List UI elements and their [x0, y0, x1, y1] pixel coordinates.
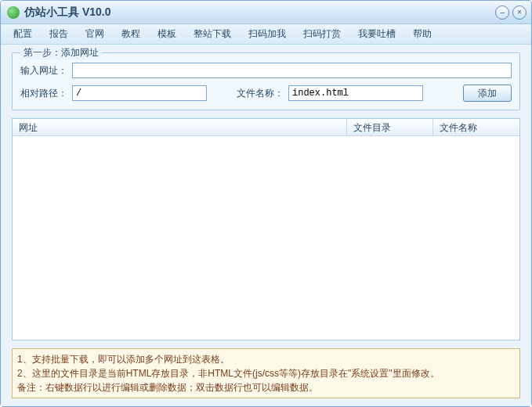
label-filename: 文件名称：: [237, 87, 284, 100]
menu-official[interactable]: 官网: [78, 25, 112, 43]
table-header: 网址 文件目录 文件名称: [13, 119, 519, 136]
menu-report[interactable]: 报告: [42, 25, 76, 43]
note-line-2: 2、这里的文件目录是当前HTML存放目录，非HTML文件(js/css等等)存放…: [17, 366, 515, 380]
window-title: 仿站小工具 V10.0: [24, 5, 110, 20]
app-window: 仿站小工具 V10.0 – × 配置 报告 官网 教程 模板 整站下载 扫码加我…: [0, 0, 532, 407]
row-path-fname: 相对路径： 文件名称： 添加: [20, 85, 512, 102]
menu-fullsite[interactable]: 整站下载: [186, 25, 239, 43]
menu-scan-add[interactable]: 扫码加我: [241, 25, 294, 43]
url-table[interactable]: 网址 文件目录 文件名称: [12, 118, 520, 340]
section-legend: 第一步：添加网址: [20, 46, 102, 59]
add-button[interactable]: 添加: [463, 85, 512, 102]
notes-panel: 1、支持批量下载，即可以添加多个网址到这表格。 2、这里的文件目录是当前HTML…: [12, 348, 520, 398]
filename-input[interactable]: [288, 85, 423, 101]
menu-scan-donate[interactable]: 扫码打赏: [295, 25, 349, 43]
titlebar: 仿站小工具 V10.0 – ×: [1, 1, 531, 24]
col-dir[interactable]: 文件目录: [347, 119, 433, 135]
menubar: 配置 报告 官网 教程 模板 整站下载 扫码加我 扫码打赏 我要吐槽 帮助: [1, 24, 531, 45]
col-url[interactable]: 网址: [13, 119, 347, 135]
menu-help[interactable]: 帮助: [405, 25, 440, 43]
menu-config[interactable]: 配置: [5, 25, 40, 43]
row-url: 输入网址：: [20, 63, 512, 78]
label-url: 输入网址：: [20, 64, 67, 77]
add-url-section: 第一步：添加网址 输入网址： 相对路径： 文件名称： 添加: [12, 52, 520, 110]
menu-tutorial[interactable]: 教程: [114, 25, 148, 43]
note-line-1: 1、支持批量下载，即可以添加多个网址到这表格。: [17, 352, 515, 366]
minimize-button[interactable]: –: [495, 5, 509, 20]
path-input[interactable]: [72, 85, 207, 101]
close-button[interactable]: ×: [512, 5, 527, 20]
menu-template[interactable]: 模板: [150, 25, 184, 43]
note-line-3: 备注：右键数据行以进行编辑或删除数据；双击数据行也可以编辑数据。: [17, 380, 515, 394]
app-icon: [7, 6, 20, 19]
menu-feedback[interactable]: 我要吐槽: [350, 25, 404, 43]
label-path: 相对路径：: [20, 87, 67, 100]
content-area: 第一步：添加网址 输入网址： 相对路径： 文件名称： 添加 网址 文件目录 文件…: [1, 45, 531, 406]
col-filename[interactable]: 文件名称: [433, 119, 519, 135]
url-input[interactable]: [72, 63, 512, 78]
